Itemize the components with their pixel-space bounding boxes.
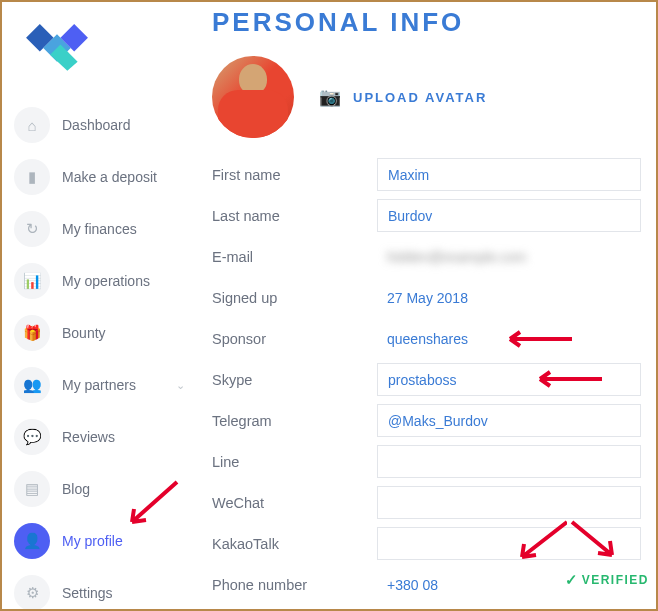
sidebar-item-label: Blog	[62, 481, 185, 497]
sidebar-item-label: My operations	[62, 273, 185, 289]
refresh-icon: ↻	[14, 211, 50, 247]
deposit-icon: ▮	[14, 159, 50, 195]
sidebar-item-profile[interactable]: 👤 My profile	[10, 517, 189, 565]
email-value: hidden@example.com	[377, 249, 641, 265]
kakaotalk-label: KakaoTalk	[212, 536, 377, 552]
sidebar-item-blog[interactable]: ▤ Blog	[10, 465, 189, 513]
signed-up-value: 27 May 2018	[377, 290, 641, 306]
sidebar-item-label: My partners	[62, 377, 176, 393]
sponsor-value: queenshares	[377, 331, 641, 347]
sidebar-item-operations[interactable]: 📊 My operations	[10, 257, 189, 305]
sidebar-item-settings[interactable]: ⚙ Settings	[10, 569, 189, 611]
sidebar-item-label: Dashboard	[62, 117, 185, 133]
sidebar-item-finances[interactable]: ↻ My finances	[10, 205, 189, 253]
gift-icon: 🎁	[14, 315, 50, 351]
user-icon: 👤	[14, 523, 50, 559]
sidebar-item-label: Bounty	[62, 325, 185, 341]
page-title: PERSONAL INFO	[212, 7, 641, 38]
sidebar-item-reviews[interactable]: 💬 Reviews	[10, 413, 189, 461]
news-icon: ▤	[14, 471, 50, 507]
wechat-input[interactable]	[377, 486, 641, 519]
avatar	[212, 56, 294, 138]
sidebar-item-deposit[interactable]: ▮ Make a deposit	[10, 153, 189, 201]
last-name-label: Last name	[212, 208, 377, 224]
upload-avatar-label: UPLOAD AVATAR	[353, 90, 487, 105]
signed-up-label: Signed up	[212, 290, 377, 306]
home-icon: ⌂	[14, 107, 50, 143]
sponsor-label: Sponsor	[212, 331, 377, 347]
upload-avatar-button[interactable]: 📷 UPLOAD AVATAR	[319, 86, 487, 108]
sidebar-item-label: My finances	[62, 221, 185, 237]
telegram-label: Telegram	[212, 413, 377, 429]
line-label: Line	[212, 454, 377, 470]
sidebar-item-dashboard[interactable]: ⌂ Dashboard	[10, 101, 189, 149]
first-name-label: First name	[212, 167, 377, 183]
users-icon: 👥	[14, 367, 50, 403]
camera-icon: 📷	[319, 86, 343, 108]
phone-label: Phone number	[212, 577, 377, 593]
wechat-label: WeChat	[212, 495, 377, 511]
sidebar-item-label: Reviews	[62, 429, 185, 445]
gear-icon: ⚙	[14, 575, 50, 611]
line-input[interactable]	[377, 445, 641, 478]
sidebar-item-label: Make a deposit	[62, 169, 185, 185]
kakaotalk-input[interactable]	[377, 527, 641, 560]
sidebar-item-label: Settings	[62, 585, 185, 601]
skype-label: Skype	[212, 372, 377, 388]
email-label: E-mail	[212, 249, 377, 265]
last-name-input[interactable]	[377, 199, 641, 232]
main-content: PERSONAL INFO 📷 UPLOAD AVATAR First name…	[197, 2, 656, 609]
first-name-input[interactable]	[377, 158, 641, 191]
chevron-down-icon: ⌄	[176, 379, 185, 392]
sidebar-item-label: My profile	[62, 533, 185, 549]
sidebar-item-bounty[interactable]: 🎁 Bounty	[10, 309, 189, 357]
logo	[22, 17, 92, 72]
skype-input[interactable]	[377, 363, 641, 396]
chat-icon: 💬	[14, 419, 50, 455]
sidebar-item-partners[interactable]: 👥 My partners ⌄	[10, 361, 189, 409]
verified-badge: VERIFIED	[565, 571, 649, 589]
chart-icon: 📊	[14, 263, 50, 299]
sidebar: ⌂ Dashboard ▮ Make a deposit ↻ My financ…	[2, 2, 197, 609]
telegram-input[interactable]	[377, 404, 641, 437]
